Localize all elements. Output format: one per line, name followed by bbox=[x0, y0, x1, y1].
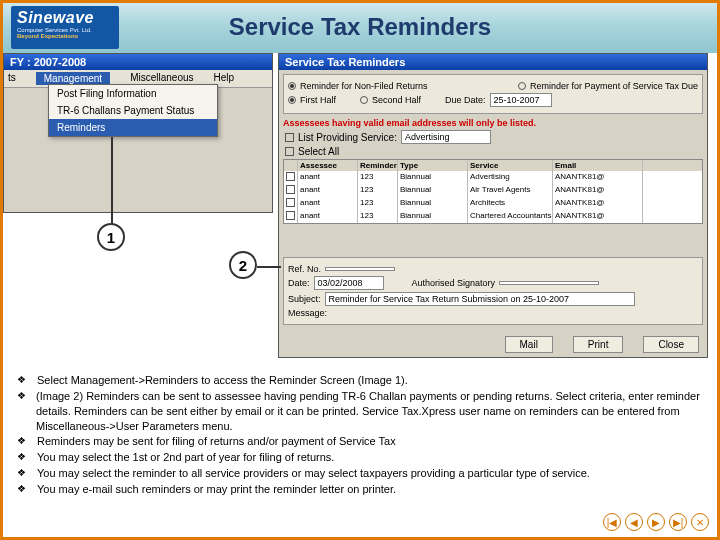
screenshot-area: FY : 2007-2008 ts Management Miscellaneo… bbox=[3, 53, 717, 363]
menu-item-reminders[interactable]: Reminders bbox=[49, 119, 217, 136]
bullet-text: You may select the 1st or 2nd part of ye… bbox=[37, 450, 334, 465]
label-first-half: First Half bbox=[300, 95, 336, 105]
callout-1: 1 bbox=[97, 223, 125, 251]
row-checkbox[interactable] bbox=[286, 185, 295, 194]
window-service-tax-reminders: Service Tax Reminders Reminder for Non-F… bbox=[278, 53, 708, 358]
table-row[interactable]: anant123BiannualAir Travel AgentsANANTK8… bbox=[284, 184, 702, 197]
col-service: Service bbox=[468, 160, 553, 171]
label-sig: Authorised Signatory bbox=[412, 278, 496, 288]
button-row: Mail Print Close bbox=[505, 336, 699, 353]
nav-first-icon[interactable]: |◀ bbox=[603, 513, 621, 531]
slide-title: Service Tax Reminders bbox=[3, 13, 717, 41]
bullet-icon: ❖ bbox=[17, 373, 27, 388]
label-nonfiled: Reminder for Non-Filed Returns bbox=[300, 81, 428, 91]
nav-prev-icon[interactable]: ◀ bbox=[625, 513, 643, 531]
label-list-service: List Providing Service: bbox=[298, 132, 397, 143]
callout-line-2 bbox=[257, 266, 281, 268]
table-row[interactable]: anant123BiannualAdvertisingANANTK81@ bbox=[284, 171, 702, 184]
table-row[interactable]: anant123BiannualChartered AccountantsANA… bbox=[284, 210, 702, 223]
field-date[interactable]: 03/02/2008 bbox=[314, 276, 384, 290]
field-list-service[interactable]: Advertising bbox=[401, 130, 491, 144]
slide-nav: |◀ ◀ ▶ ▶| ✕ bbox=[603, 513, 709, 531]
row-checkbox[interactable] bbox=[286, 172, 295, 181]
bullet-text: Select Management->Reminders to access t… bbox=[37, 373, 408, 388]
bullet-list: ❖Select Management->Reminders to access … bbox=[17, 373, 703, 498]
label-subject: Subject: bbox=[288, 294, 321, 304]
assessee-table: Assessee Reminder Type Service Email ana… bbox=[283, 159, 703, 224]
checkbox-list-service[interactable] bbox=[285, 133, 294, 142]
window-main-app: FY : 2007-2008 ts Management Miscellaneo… bbox=[3, 53, 273, 213]
nav-last-icon[interactable]: ▶| bbox=[669, 513, 687, 531]
bullet-text: You may e-mail such reminders or may pri… bbox=[37, 482, 396, 497]
warning-text: Assessees having valid email addresses w… bbox=[283, 118, 703, 128]
checkbox-select-all[interactable] bbox=[285, 147, 294, 156]
menu-cut[interactable]: ts bbox=[8, 72, 16, 85]
row-checkbox[interactable] bbox=[286, 198, 295, 207]
radio-payment-due[interactable] bbox=[518, 82, 526, 90]
radio-first-half[interactable] bbox=[288, 96, 296, 104]
label-select-all: Select All bbox=[298, 146, 339, 157]
radio-nonfiled[interactable] bbox=[288, 82, 296, 90]
print-button[interactable]: Print bbox=[573, 336, 624, 353]
radio-second-half[interactable] bbox=[360, 96, 368, 104]
bullet-icon: ❖ bbox=[17, 434, 27, 449]
field-due-date[interactable]: 25-10-2007 bbox=[490, 93, 552, 107]
bullet-icon: ❖ bbox=[17, 482, 27, 497]
options-panel: Reminder for Non-Filed Returns Reminder … bbox=[283, 74, 703, 114]
titlebar-reminders: Service Tax Reminders bbox=[279, 54, 707, 70]
label-due-date: Due Date: bbox=[445, 95, 486, 105]
label-ref: Ref. No. bbox=[288, 264, 321, 274]
nav-next-icon[interactable]: ▶ bbox=[647, 513, 665, 531]
close-button[interactable]: Close bbox=[643, 336, 699, 353]
label-message: Message: bbox=[288, 308, 327, 318]
row-checkbox[interactable] bbox=[286, 211, 295, 220]
table-row[interactable]: anant123BiannualArchitectsANANTK81@ bbox=[284, 197, 702, 210]
callout-line-1 bbox=[111, 137, 113, 225]
col-type: Type bbox=[398, 160, 468, 171]
callout-2: 2 bbox=[229, 251, 257, 279]
field-sig[interactable] bbox=[499, 281, 599, 285]
field-subject[interactable]: Reminder for Service Tax Return Submissi… bbox=[325, 292, 635, 306]
label-date: Date: bbox=[288, 278, 310, 288]
slide-header: Sinewave Computer Services Pvt. Ltd. Bey… bbox=[3, 3, 717, 53]
bullet-icon: ❖ bbox=[17, 466, 27, 481]
mail-button[interactable]: Mail bbox=[505, 336, 553, 353]
reminder-details-panel: Ref. No. Date: 03/02/2008 Authorised Sig… bbox=[283, 257, 703, 325]
col-reminder: Reminder bbox=[358, 160, 398, 171]
titlebar-fy: FY : 2007-2008 bbox=[4, 54, 272, 70]
menu-item-tr6[interactable]: TR-6 Challans Payment Status bbox=[49, 102, 217, 119]
nav-close-icon[interactable]: ✕ bbox=[691, 513, 709, 531]
bullet-text: (Image 2) Reminders can be sent to asses… bbox=[36, 389, 703, 434]
col-assessee: Assessee bbox=[298, 160, 358, 171]
bullet-icon: ❖ bbox=[17, 389, 26, 434]
bullet-text: Reminders may be sent for filing of retu… bbox=[37, 434, 396, 449]
menu-item-postfiling[interactable]: Post Filing Information bbox=[49, 85, 217, 102]
label-second-half: Second Half bbox=[372, 95, 421, 105]
label-payment-due: Reminder for Payment of Service Tax Due bbox=[530, 81, 698, 91]
management-dropdown: Post Filing Information TR-6 Challans Pa… bbox=[48, 84, 218, 137]
bullet-icon: ❖ bbox=[17, 450, 27, 465]
field-ref[interactable] bbox=[325, 267, 395, 271]
col-email: Email bbox=[553, 160, 643, 171]
bullet-text: You may select the reminder to all servi… bbox=[37, 466, 590, 481]
